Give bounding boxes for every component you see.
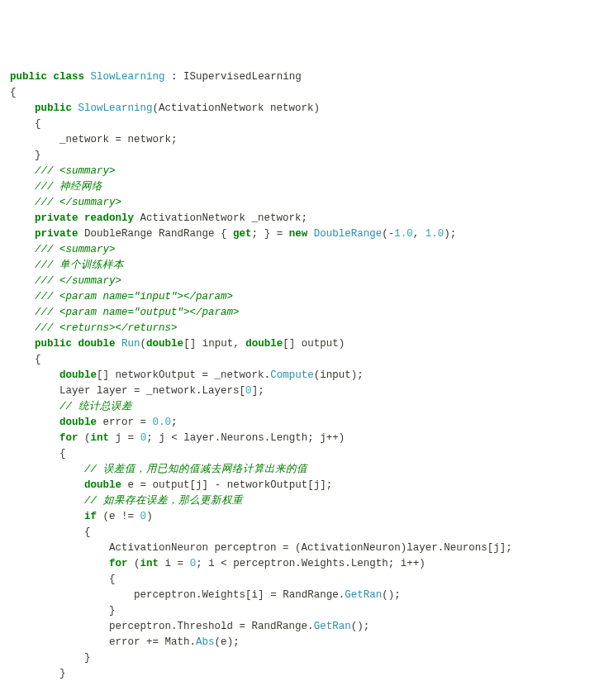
code-token: double	[84, 479, 121, 491]
code-token: /// <summary>	[35, 165, 116, 177]
code-token: perceptron	[10, 589, 196, 601]
code-token: RandRange	[277, 589, 339, 601]
code-token	[10, 197, 35, 208]
code-token: [	[245, 589, 252, 601]
code-token: (	[134, 558, 140, 569]
code-token: ActivationNetwork _network	[134, 212, 302, 224]
code-token	[10, 165, 35, 177]
code-token: ;	[171, 417, 178, 428]
code-line: ActivationNeuron perceptron = (Activatio…	[10, 540, 589, 556]
code-token: 0.0	[153, 417, 172, 428]
code-token: =	[140, 479, 147, 491]
code-token: // 如果存在误差，那么更新权重	[84, 495, 243, 507]
code-token: Compute	[270, 369, 314, 381]
code-token: double	[146, 338, 183, 350]
code-token: ++	[406, 558, 419, 569]
code-token	[227, 228, 234, 240]
code-token: (	[140, 338, 147, 350]
code-token: networkOutput	[221, 479, 307, 491]
code-token: /// </summary>	[35, 197, 121, 208]
code-token: _network	[208, 369, 264, 381]
code-token: output	[295, 338, 339, 350]
code-line: {	[10, 525, 589, 540]
code-line: {	[10, 85, 589, 101]
code-token: (	[84, 432, 91, 444]
code-line: public SlowLearning(ActivationNetwork ne…	[10, 101, 589, 117]
code-line: error += Math.Abs(e);	[10, 635, 589, 650]
code-token	[10, 291, 35, 302]
code-token: ()	[351, 621, 364, 632]
code-token: // 误差值，用已知的值减去网络计算出来的值	[84, 464, 307, 475]
code-token: =	[128, 432, 135, 444]
code-token: readonly	[84, 212, 134, 224]
code-token: ;	[146, 432, 153, 444]
code-token: Layer layer	[10, 385, 134, 397]
code-line: {	[10, 117, 589, 132]
code-token: /// <param name="output"></param>	[35, 307, 240, 318]
code-token: {	[59, 448, 66, 460]
code-token	[10, 275, 35, 287]
code-token: =	[140, 417, 147, 428]
code-token	[10, 181, 35, 193]
code-token: Neurons	[221, 432, 264, 444]
code-token	[10, 354, 35, 365]
code-token: ]	[258, 589, 264, 601]
code-token: public	[35, 102, 72, 114]
code-token	[10, 652, 84, 664]
code-token: ()	[382, 589, 394, 601]
code-token: )	[419, 558, 425, 569]
code-token: ActivationNetwork network	[159, 102, 314, 114]
code-token	[10, 479, 84, 491]
code-token: GetRan	[314, 621, 351, 632]
code-token: _network	[10, 134, 116, 145]
code-line: /// </summary>	[10, 195, 589, 211]
code-token: []	[283, 338, 295, 350]
code-token	[116, 338, 122, 350]
code-token: )	[339, 432, 345, 444]
code-token	[10, 448, 59, 460]
code-token: private	[35, 228, 78, 240]
code-token: Run	[121, 338, 140, 350]
code-token: /// </summary>	[35, 275, 121, 287]
code-token: get	[233, 228, 252, 240]
code-line: /// <summary>	[10, 164, 589, 179]
code-token: =	[202, 369, 209, 381]
code-token: input	[196, 338, 233, 350]
code-token: )	[444, 228, 450, 240]
code-token: layer	[178, 432, 215, 444]
code-token: =	[134, 385, 140, 397]
code-token: {	[10, 87, 17, 98]
code-token: }	[109, 605, 116, 617]
code-token	[307, 228, 314, 240]
code-line: private readonly ActivationNetwork _netw…	[10, 211, 589, 226]
code-token: Threshold	[178, 621, 240, 632]
code-token: )	[339, 338, 345, 350]
code-token: double	[59, 417, 97, 428]
code-token	[289, 542, 296, 554]
code-token: _network	[140, 385, 197, 397]
code-token: .	[190, 636, 197, 648]
code-token: perceptron	[10, 621, 171, 632]
code-token: public	[10, 71, 47, 83]
code-token: (	[103, 511, 110, 522]
code-token: layer	[406, 542, 438, 554]
code-token	[10, 432, 59, 444]
code-token	[97, 511, 103, 522]
code-token	[47, 71, 54, 83]
code-token	[10, 668, 59, 679]
code-line: /// 神经网络	[10, 179, 589, 195]
code-token: double	[59, 369, 97, 381]
code-line: }	[10, 148, 589, 164]
code-token: .	[295, 558, 302, 569]
code-line: for (int i = 0; i < perceptron.Weights.L…	[10, 556, 589, 572]
code-token	[72, 338, 78, 350]
code-token: {	[84, 526, 91, 538]
code-token: /// <returns></returns>	[35, 322, 178, 334]
code-token: SlowLearning	[78, 102, 153, 114]
code-line: }	[10, 666, 589, 682]
code-line: /// <returns></returns>	[10, 321, 589, 336]
code-token: [	[307, 479, 314, 491]
code-token: =	[283, 542, 289, 554]
code-token	[10, 605, 109, 617]
code-token: [	[190, 479, 197, 491]
